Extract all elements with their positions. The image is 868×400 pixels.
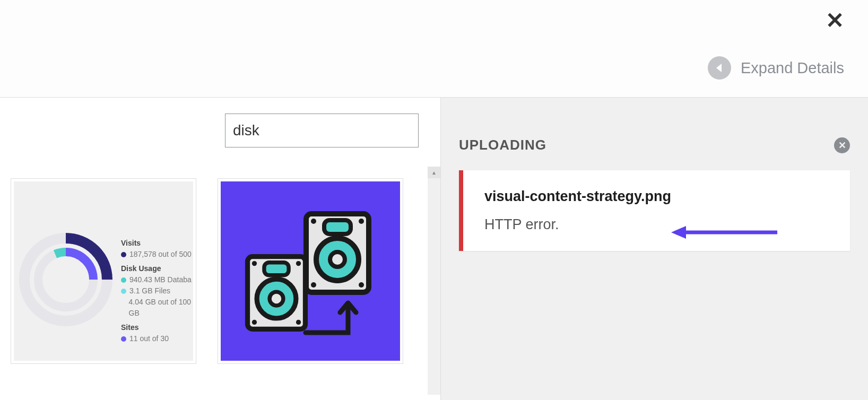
thumbnail-stats[interactable]: Visits 187,578 out of 500 Disk Usage 940… — [11, 178, 196, 364]
upload-heading: UPLOADING — [459, 137, 546, 153]
svg-rect-13 — [264, 263, 289, 275]
svg-point-16 — [252, 320, 257, 325]
hard-disk-icon — [303, 211, 372, 295]
svg-point-8 — [311, 282, 316, 288]
content-area: Visits 187,578 out of 500 Disk Usage 940… — [0, 98, 868, 400]
hard-disk-icon — [245, 253, 308, 333]
close-icon: ✕ — [838, 140, 846, 151]
thumbnail-row: Visits 187,578 out of 500 Disk Usage 940… — [11, 178, 403, 364]
svg-point-7 — [359, 219, 364, 224]
top-bar: ✕ Expand Details — [0, 0, 868, 98]
svg-point-9 — [359, 282, 364, 288]
dismiss-button[interactable]: ✕ — [834, 137, 850, 153]
chevron-left-icon — [708, 56, 731, 80]
expand-details-button[interactable]: Expand Details — [708, 56, 844, 80]
svg-rect-5 — [324, 220, 351, 234]
upload-header: UPLOADING ✕ — [459, 137, 850, 153]
donut-chart-icon — [18, 232, 114, 327]
scrollbar[interactable]: ▲ — [428, 167, 440, 395]
close-icon[interactable]: ✕ — [826, 10, 844, 32]
thumbnail-disk-icon[interactable] — [218, 178, 403, 364]
stats-legend: Visits 187,578 out of 500 Disk Usage 940… — [121, 234, 193, 344]
svg-point-6 — [311, 219, 316, 224]
svg-point-15 — [296, 261, 301, 266]
svg-point-4 — [330, 252, 345, 267]
upload-panel: UPLOADING ✕ visual-content-strategy.png … — [440, 98, 868, 400]
svg-point-14 — [252, 261, 257, 266]
media-grid-pane: Visits 187,578 out of 500 Disk Usage 940… — [0, 98, 440, 400]
svg-point-12 — [270, 292, 283, 306]
upload-error-card: visual-content-strategy.png HTTP error. — [459, 170, 850, 251]
search-input[interactable] — [225, 114, 419, 147]
arrow-up-icon — [300, 295, 359, 343]
upload-filename: visual-content-strategy.png — [484, 188, 829, 205]
annotation-arrow-icon — [671, 223, 777, 241]
scroll-up-icon[interactable]: ▲ — [428, 167, 440, 178]
expand-details-label: Expand Details — [741, 59, 844, 77]
svg-marker-19 — [671, 226, 686, 239]
